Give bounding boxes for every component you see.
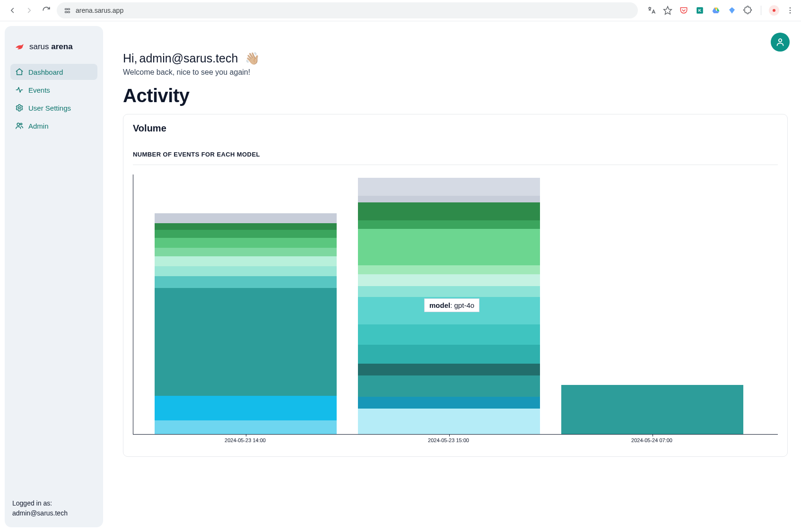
app-shell: sarus arena Dashboard Events User Settin…: [0, 21, 801, 532]
wave-emoji: 👋🏼: [245, 52, 260, 65]
user-icon: [775, 37, 785, 47]
kebab-menu-icon[interactable]: [785, 5, 795, 16]
svg-point-17: [17, 123, 19, 125]
chart-bar-segment[interactable]: [358, 196, 540, 203]
card-divider: [133, 165, 778, 165]
nav-list: Dashboard Events User Settings Admin: [10, 64, 97, 134]
svg-point-16: [18, 107, 21, 109]
reload-button[interactable]: [40, 4, 53, 17]
chart-bar-segment[interactable]: [358, 229, 540, 265]
subgreeting-text: Welcome back, nice to see you again!: [123, 68, 788, 77]
nav-label: Admin: [28, 122, 49, 130]
svg-marker-11: [729, 7, 735, 14]
logo[interactable]: sarus arena: [10, 35, 97, 64]
svg-point-14: [790, 10, 791, 11]
translate-icon[interactable]: [646, 5, 657, 16]
star-icon[interactable]: [662, 5, 673, 16]
chart-bar-segment[interactable]: [155, 248, 337, 257]
svg-point-13: [790, 7, 791, 9]
nav-label: Events: [28, 86, 50, 94]
svg-marker-9: [717, 8, 719, 11]
user-avatar-button[interactable]: [771, 33, 790, 52]
chart-bar-segment[interactable]: [155, 230, 337, 238]
svg-point-18: [20, 123, 22, 125]
back-button[interactable]: [6, 4, 19, 17]
sidebar-item-dashboard[interactable]: Dashboard: [10, 64, 97, 80]
svg-point-15: [790, 12, 791, 14]
sidebar: sarus arena Dashboard Events User Settin…: [5, 26, 103, 527]
nav-label: Dashboard: [28, 68, 63, 76]
svg-point-12: [773, 9, 775, 12]
extensions-icon[interactable]: [743, 5, 753, 16]
ext-square-icon[interactable]: K: [695, 5, 705, 16]
main-content: Hi, admin@sarus.tech 👋🏼 Welcome back, ni…: [109, 26, 798, 527]
profile-avatar[interactable]: [769, 5, 779, 16]
address-bar[interactable]: arena.sarus.app: [57, 2, 638, 18]
chart-bar-segment[interactable]: [155, 420, 337, 434]
chart-area[interactable]: model: gpt-4o: [133, 174, 778, 435]
home-icon: [15, 68, 24, 76]
svg-marker-4: [664, 7, 672, 15]
svg-text:K: K: [698, 8, 702, 13]
x-axis-label: 2024-05-23 14:00: [154, 437, 336, 443]
chart-bar-segment[interactable]: [358, 286, 540, 297]
chart-bar-segment[interactable]: [155, 276, 337, 288]
chart-bar-segment[interactable]: [155, 266, 337, 276]
gear-icon: [15, 104, 24, 112]
pocket-icon[interactable]: [679, 5, 689, 16]
chart-bar-segment[interactable]: [155, 288, 337, 396]
chart-bar-segment[interactable]: [155, 256, 337, 266]
sidebar-item-events[interactable]: Events: [10, 82, 97, 98]
chart-wrap: model: gpt-4o 2024-05-23 14:002024-05-23…: [133, 174, 778, 443]
toolbar-separator: [761, 6, 761, 15]
chart-bar-segment[interactable]: [155, 213, 337, 223]
chart-x-labels: 2024-05-23 14:002024-05-23 15:002024-05-…: [133, 437, 778, 443]
chart-bar[interactable]: [155, 213, 337, 434]
x-tick: [653, 434, 653, 436]
logged-in-user: admin@sarus.tech: [12, 508, 96, 518]
ext-diamond-icon[interactable]: [727, 5, 737, 16]
nav-label: User Settings: [28, 104, 71, 112]
chart-bar-segment[interactable]: [155, 223, 337, 230]
logged-in-label: Logged in as:: [12, 498, 96, 508]
x-tick: [246, 434, 246, 436]
chart-bar-segment[interactable]: [358, 220, 540, 229]
logo-bird-icon: [14, 41, 26, 52]
chart-bar[interactable]: [561, 385, 743, 434]
browser-toolbar: arena.sarus.app K: [0, 0, 801, 21]
svg-rect-2: [65, 11, 67, 13]
sidebar-item-admin[interactable]: Admin: [10, 118, 97, 134]
chart-bar-segment[interactable]: [561, 385, 743, 434]
chart-bar-segment[interactable]: [155, 238, 337, 248]
chart-bar-segment[interactable]: [358, 345, 540, 363]
x-axis-label: 2024-05-23 15:00: [357, 437, 540, 443]
chart-bar-segment[interactable]: [358, 324, 540, 345]
chart-tooltip: model: gpt-4o: [424, 298, 479, 312]
chart-bar-segment[interactable]: [358, 375, 540, 397]
chart-bar-segment[interactable]: [155, 396, 337, 420]
svg-point-19: [779, 39, 782, 42]
svg-rect-3: [68, 11, 70, 13]
chart-bar-segment[interactable]: [358, 274, 540, 286]
greeting-heading: Hi, admin@sarus.tech 👋🏼: [123, 52, 788, 65]
chart-bar-segment[interactable]: [358, 265, 540, 274]
volume-card: Volume NUMBER OF EVENTS FOR EACH MODEL m…: [123, 114, 788, 457]
x-axis-label: 2024-05-24 07:00: [561, 437, 743, 443]
users-icon: [15, 122, 24, 130]
drive-icon[interactable]: [711, 5, 721, 16]
chart-bar-segment[interactable]: [358, 397, 540, 409]
page-title: Activity: [123, 85, 788, 106]
card-subtitle: NUMBER OF EVENTS FOR EACH MODEL: [133, 151, 778, 158]
chart-bar-segment[interactable]: [358, 364, 540, 375]
chart-bar-segment[interactable]: [358, 202, 540, 220]
card-title: Volume: [133, 123, 778, 134]
sidebar-footer: Logged in as: admin@sarus.tech: [10, 498, 97, 521]
chart-bar-segment[interactable]: [358, 409, 540, 434]
forward-button[interactable]: [23, 4, 36, 17]
x-tick: [449, 434, 450, 436]
svg-rect-0: [65, 9, 67, 10]
sidebar-item-user-settings[interactable]: User Settings: [10, 100, 97, 116]
url-text: arena.sarus.app: [76, 7, 123, 14]
site-settings-icon[interactable]: [63, 7, 71, 14]
chart-bar-segment[interactable]: [358, 178, 540, 195]
